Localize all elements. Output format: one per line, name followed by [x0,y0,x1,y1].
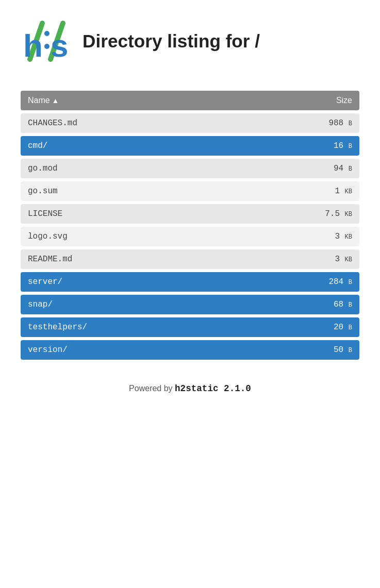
file-size: 1 KB [292,181,359,201]
file-name: testhelpers/ [21,317,292,337]
file-size: 20 B [292,317,359,337]
file-name: server/ [21,272,292,292]
table-header-row: Name▲ Size [21,91,359,110]
table-row[interactable]: cmd/16 B [21,136,359,156]
directory-table: Name▲ Size CHANGES.md988 Bcmd/16 Bgo.mod… [21,88,359,363]
file-size: 988 B [292,113,359,133]
file-size: 50 B [292,340,359,360]
file-name: go.mod [21,159,292,178]
page-title: Directory listing for / [82,31,260,52]
file-name: cmd/ [21,136,292,156]
page-header: h s Directory listing for / [21,15,359,67]
svg-point-5 [44,44,49,49]
file-name: README.md [21,249,292,269]
table-row[interactable]: go.sum1 KB [21,181,359,201]
file-size: 68 B [292,295,359,314]
file-name: logo.svg [21,227,292,246]
table-row[interactable]: logo.svg3 KB [21,227,359,246]
footer: Powered by h2static 2.1.0 [21,383,359,394]
svg-point-4 [44,31,49,36]
size-column-header[interactable]: Size [292,91,359,110]
file-size: 16 B [292,136,359,156]
brand-label: h2static 2.1.0 [175,383,251,394]
file-size: 3 KB [292,227,359,246]
sort-arrow-icon: ▲ [52,97,59,105]
name-column-header[interactable]: Name▲ [21,91,292,110]
file-size: 3 KB [292,249,359,269]
file-name: snap/ [21,295,292,314]
table-row[interactable]: LICENSE7.5 KB [21,204,359,224]
table-row[interactable]: version/50 B [21,340,359,360]
table-row[interactable]: snap/68 B [21,295,359,314]
file-name: CHANGES.md [21,113,292,133]
table-row[interactable]: CHANGES.md988 B [21,113,359,133]
svg-text:s: s [51,28,68,63]
table-row[interactable]: go.mod94 B [21,159,359,178]
file-size: 7.5 KB [292,204,359,224]
file-name: go.sum [21,181,292,201]
table-row[interactable]: testhelpers/20 B [21,317,359,337]
table-row[interactable]: server/284 B [21,272,359,292]
table-row[interactable]: README.md3 KB [21,249,359,269]
file-size: 284 B [292,272,359,292]
file-name: LICENSE [21,204,292,224]
powered-by-label: Powered by [129,384,173,393]
logo: h s [21,15,72,67]
file-size: 94 B [292,159,359,178]
file-name: version/ [21,340,292,360]
svg-text:h: h [23,28,43,63]
